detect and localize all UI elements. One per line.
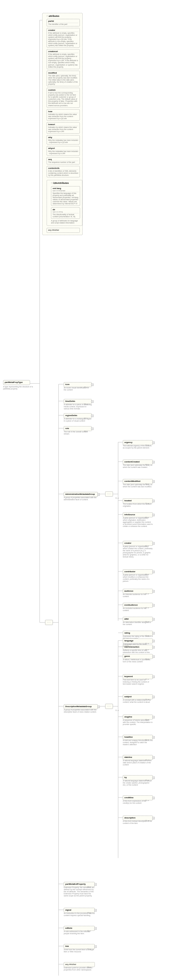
expand-icon[interactable]: + [152,604,155,606]
attr-modified: modifiedThe date (and, optionally, the t… [46,71,80,86]
attr-xml:lang: xml:langtype xs:languageSpecifies the la… [51,186,80,206]
el-desc: A group of properties associated with th… [64,496,98,501]
expand-icon[interactable]: + [152,542,155,544]
el-desc: The editorial urgency of the content, as… [123,445,153,449]
expand-icon[interactable]: + [152,441,155,444]
el-desc: A sequence of tokens associated with the… [123,719,153,725]
el-title: located [124,500,151,502]
expand-icon[interactable]: + [152,655,155,658]
el-desc: An iconic visual identification of the c… [64,387,92,391]
i18n-summary: A group of attributes for language and s… [51,220,81,224]
el-title: genre [124,655,151,658]
attr-desc: The identifier of the part [48,23,78,25]
el-title: exclAudience [124,604,151,606]
el-desc: A natural-language statement of the date… [123,760,153,766]
attr-desc: Indicates by which means the value was e… [48,126,78,132]
expand-icon[interactable]: + [91,400,94,402]
el-desc: A note addressed to the editorial people… [64,931,95,935]
el-title: altId [124,618,151,620]
expand-icon[interactable]: + [152,480,155,483]
expand-icon[interactable]: + [91,428,94,430]
el-title: partMetaExtProperty [65,883,93,886]
attr-title: seq [48,158,78,161]
el-title: creator [124,542,151,544]
attr-any-other: any ##other [46,228,80,233]
el-title: slugline [124,716,151,718]
attr-title: xml:langtype xs:language [53,187,78,192]
expand-icon[interactable]: + [152,736,155,738]
el-desc: Extension Property: the semantics are de… [64,886,95,897]
attr-title: modified [48,72,78,75]
expand-icon[interactable]: + [94,945,97,948]
attr-desc: The date (and, optionally, the time) whe… [48,75,78,85]
el-title: role [65,427,90,430]
expand-icon[interactable]: + [91,415,94,417]
expand-icon[interactable]: + [152,676,155,678]
el-desc: The date (and optionally the time) on wh… [123,464,153,468]
expand-icon[interactable]: + [152,640,155,642]
el-desc: A free-form expression of the credit(s) … [123,800,153,804]
el-desc: The location from which the content orig… [123,503,153,507]
el-title: link [65,945,93,948]
attr-contentrefs: contentrefsA list of identifiers of XML … [46,166,80,177]
attr-title: partid [48,20,78,23]
admin-card: 0..∞ [115,497,119,499]
el-desc: Free-text term to be used for indexing o… [123,679,153,685]
attr-group-header: attributes [46,15,81,18]
el-desc: An intended audience for the content. [123,593,153,598]
i18n-header: i18nAttributes [51,182,81,185]
el-title: audience [124,590,151,592]
el-title: DescriptiveMetadataGroup [65,705,96,708]
group-DescriptiveMetadataGroup: DescriptiveMetadataGroup+ [64,704,98,709]
expand-icon[interactable]: + [152,716,155,718]
attr-title: whyuri [48,147,78,150]
expand-icon[interactable]: + [97,493,100,496]
el-desc: A party (person or organisation) which o… [123,517,153,527]
expand-icon[interactable]: + [152,461,155,463]
attr-any-title: any ##other [48,229,78,231]
el-title: edNote [65,927,93,929]
expand-icon[interactable]: + [91,383,94,386]
expand-icon[interactable]: + [152,696,155,698]
expand-icon[interactable]: + [94,927,97,929]
el-title: keyword [124,675,151,678]
el-title: language [124,640,151,642]
attr-sub: type xs:language [53,190,78,192]
attr-title: contentrefs [48,167,78,170]
el-title: by [124,776,151,779]
attr-title: how [48,110,78,113]
expand-icon[interactable]: + [152,590,155,592]
expand-icon[interactable]: + [152,756,155,759]
el-desc: A party (person or organisation) which m… [123,574,153,582]
expand-icon[interactable]: + [152,797,155,799]
expand-icon[interactable]: + [152,776,155,779]
expand-icon[interactable]: + [94,883,97,886]
attr-sub: type xs:string [53,211,78,213]
attr-creatoruri: creatoruriIf the attribute is empty, spe… [46,49,80,69]
attr-why: whyWhy the metadata has been included - … [46,135,80,145]
any-other-desc: Extension point for provider-defined pro… [64,967,97,971]
el-desc: A brief and snappy introduction to the c… [123,740,153,746]
expand-icon[interactable]: + [97,706,100,708]
el-title: contentModified [124,480,151,483]
expand-icon[interactable]: + [152,571,155,573]
el-title: timeDelim [65,400,90,402]
attr-desc: Specifies the language of this property … [53,192,78,205]
el-desc: A link from the current item to a target… [64,949,95,953]
attr-title: why [48,136,78,139]
attr-desc: Why the metadata has been included - exp… [48,150,78,154]
el-title: icon [65,383,90,386]
expand-icon[interactable]: + [152,817,155,819]
expand-icon[interactable]: + [152,632,155,634]
el-title: urgency [124,441,151,444]
expand-icon[interactable]: + [94,909,97,912]
expand-icon[interactable]: + [152,618,155,620]
el-desc: The role in the overall content stream. [64,431,92,435]
attr-desc: If set to true the corresponding propert… [48,92,78,107]
expand-icon[interactable]: + [152,500,155,502]
el-title: rating [124,632,151,634]
expand-icon[interactable]: + [152,514,155,516]
el-title: description [124,817,151,819]
el-desc: A delimiter for a piece of streaming med… [64,404,92,410]
el-title: signal [65,909,93,912]
